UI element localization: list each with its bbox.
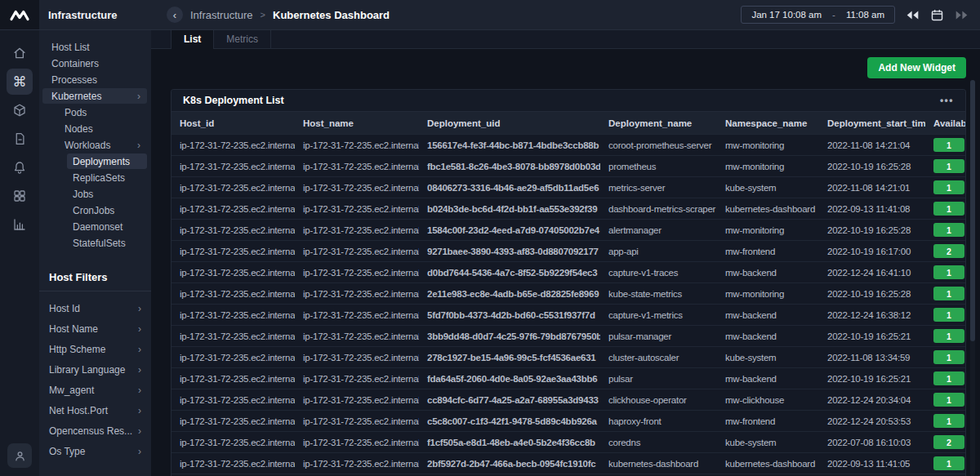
sidebar-item-statefulsets[interactable]: StatefulSets — [42, 235, 147, 251]
host-filter-library-language[interactable]: Library Language› — [39, 359, 151, 380]
table-row[interactable]: ip-172-31-72-235.ec2.internalip-172-31-7… — [172, 135, 966, 156]
host-filter-mw-agent[interactable]: Mw_agent› — [39, 380, 151, 400]
sidebar-item-processes[interactable]: Processes — [42, 72, 147, 87]
sidebar-item-replicasets[interactable]: ReplicaSets — [42, 170, 147, 185]
column-header-namespace-name[interactable]: Namespace_name — [717, 112, 819, 135]
cell-namespace-name: mw-backend — [717, 262, 819, 283]
available-badge: 1 — [933, 202, 964, 216]
cell-deployment-name: capture-v1-metrics — [600, 305, 717, 326]
table-row[interactable]: ip-172-31-72-235.ec2.internalip-172-31-7… — [172, 198, 966, 220]
table-row[interactable]: ip-172-31-72-235.ec2.internalip-172-31-7… — [172, 156, 966, 177]
table-row[interactable]: ip-172-31-72-235.ec2.internalip-172-31-7… — [172, 220, 966, 241]
column-header-host-name[interactable]: Host_name — [295, 112, 419, 135]
host-filter-host-id[interactable]: Host Id› — [39, 298, 151, 318]
panel-title: K8s Deployment List — [183, 95, 284, 106]
host-filter-os-type[interactable]: Os Type› — [39, 441, 151, 461]
calendar-button[interactable] — [930, 8, 944, 22]
cell-deployment-start-time: 2022-12-24 16:38:12 — [819, 305, 925, 326]
cell-host-name: ip-172-31-72-235.ec2.internal — [295, 198, 419, 220]
table-row[interactable]: ip-172-31-72-235.ec2.internalip-172-31-7… — [172, 262, 966, 283]
host-filter-opencensus-res[interactable]: Opencensus Res...› — [39, 420, 151, 441]
sidebar-item-host-list[interactable]: Host List — [42, 39, 147, 55]
cell-deployment-name: dashboard-metrics-scraper — [600, 198, 717, 220]
cell-host-name: ip-172-31-72-235.ec2.internal — [295, 177, 419, 198]
time-range-separator: - — [832, 10, 835, 20]
cell-deployment-uid: 3bb9dd48-d0d7-4c25-97f6-79bd8767950b — [419, 326, 600, 347]
time-forward-button[interactable] — [955, 9, 969, 21]
sidebar-item-pods[interactable]: Pods — [42, 105, 147, 120]
cell-host-id: ip-172-31-72-235.ec2.internal — [172, 368, 295, 389]
sidebar-item-daemonset[interactable]: Daemonset — [42, 219, 147, 234]
cell-deployment-uid: 9271baee-3890-4393-af83-0d8807092177 — [419, 241, 600, 262]
table-row[interactable]: ip-172-31-72-235.ec2.internalip-172-31-7… — [172, 453, 966, 474]
host-filter-http-scheme[interactable]: Http Scheme› — [39, 339, 151, 359]
cell-deployment-start-time: 2022-12-24 20:34:04 — [819, 389, 925, 411]
sidebar-item-deployments[interactable]: Deployments — [67, 153, 147, 169]
cell-namespace-name: mw-monitoring — [717, 156, 819, 177]
cell-deployment-name: metrics-server — [600, 177, 717, 198]
cell-host-name: ip-172-31-72-235.ec2.internal — [295, 262, 419, 283]
table-row[interactable]: ip-172-31-72-235.ec2.internalip-172-31-7… — [172, 389, 966, 411]
document-icon[interactable] — [7, 126, 33, 152]
table-row[interactable]: ip-172-31-72-235.ec2.internalip-172-31-7… — [172, 368, 966, 389]
host-filters-section: Host Filters Host Id›Host Name›Http Sche… — [39, 264, 151, 461]
breadcrumb-current: Kubernetes Dashboard — [273, 9, 390, 21]
breadcrumb: ‹ Infrastructure > Kubernetes Dashboard — [160, 7, 390, 23]
available-badge: 1 — [933, 265, 964, 279]
column-header-deployment-start-time[interactable]: Deployment_start_time — [819, 112, 925, 135]
table-row[interactable]: ip-172-31-72-235.ec2.internalip-172-31-7… — [172, 241, 966, 262]
tab-list[interactable]: List — [171, 29, 214, 49]
available-badge: 1 — [933, 180, 964, 194]
cell-deployment-uid: 08406273-3316-4b46-ae29-af5db11ad5e6 — [419, 177, 600, 198]
cell-host-id: ip-172-31-72-235.ec2.internal — [172, 453, 295, 474]
column-header-available[interactable]: Available — [925, 112, 966, 135]
filter-label: Host Id — [49, 303, 80, 314]
sidebar-item-kubernetes[interactable]: Kubernetes› — [42, 88, 147, 104]
cell-host-name: ip-172-31-72-235.ec2.internal — [295, 411, 419, 432]
sidebar: Host ListContainersProcessesKubernetes›P… — [39, 29, 151, 476]
column-header-deployment-uid[interactable]: Deployment_uid — [419, 112, 600, 135]
table-row[interactable]: ip-172-31-72-235.ec2.internalip-172-31-7… — [172, 283, 966, 305]
add-new-widget-button[interactable]: Add New Widget — [867, 57, 966, 78]
available-badge: 1 — [933, 159, 964, 173]
sidebar-item-jobs[interactable]: Jobs — [42, 186, 147, 202]
sidebar-item-nodes[interactable]: Nodes — [42, 121, 147, 136]
table-row[interactable]: ip-172-31-72-235.ec2.internalip-172-31-7… — [172, 347, 966, 368]
apps-grid-icon[interactable] — [7, 183, 33, 209]
scrollbar-thumb[interactable] — [970, 80, 975, 341]
cell-deployment-uid: 2bf5927d-2b47-466a-becb-0954fc1910fc — [419, 453, 600, 474]
column-header-deployment-name[interactable]: Deployment_name — [600, 112, 717, 135]
ellipsis-menu-icon[interactable]: ••• — [940, 95, 954, 106]
breadcrumb-parent[interactable]: Infrastructure — [190, 9, 253, 21]
chevron-right-icon: › — [138, 446, 141, 457]
column-header-host-id[interactable]: Host_id — [172, 112, 295, 135]
breadcrumb-back-button[interactable]: ‹ — [167, 7, 183, 23]
package-icon[interactable] — [7, 97, 33, 123]
middleware-logo[interactable] — [0, 0, 39, 29]
tab-metrics[interactable]: Metrics — [214, 29, 271, 48]
cell-deployment-start-time: 2022-10-19 16:25:21 — [819, 368, 925, 389]
sidebar-item-cronjobs[interactable]: CronJobs — [42, 202, 147, 218]
vertical-scrollbar[interactable] — [970, 80, 975, 476]
host-filter-net-host-port[interactable]: Net Host.Port› — [39, 400, 151, 420]
table-row[interactable]: ip-172-31-72-235.ec2.internalip-172-31-7… — [172, 177, 966, 198]
cell-host-id: ip-172-31-72-235.ec2.internal — [172, 198, 295, 220]
table-row[interactable]: ip-172-31-72-235.ec2.internalip-172-31-7… — [172, 411, 966, 432]
table-row[interactable]: ip-172-31-72-235.ec2.internalip-172-31-7… — [172, 432, 966, 453]
bar-chart-icon[interactable] — [7, 211, 33, 238]
cell-available: 1 — [925, 220, 966, 241]
cell-host-id: ip-172-31-72-235.ec2.internal — [172, 411, 295, 432]
sidebar-item-workloads[interactable]: Workloads› — [42, 137, 147, 153]
table-row[interactable]: ip-172-31-72-235.ec2.internalip-172-31-7… — [172, 326, 966, 347]
user-avatar[interactable] — [7, 443, 32, 468]
cell-host-name: ip-172-31-72-235.ec2.internal — [295, 283, 419, 305]
time-rewind-button[interactable] — [906, 9, 920, 21]
home-icon[interactable] — [7, 40, 33, 66]
bell-icon[interactable] — [7, 154, 33, 180]
filter-label: Os Type — [49, 446, 85, 457]
command-icon[interactable]: ⌘ — [7, 69, 33, 95]
table-row[interactable]: ip-172-31-72-235.ec2.internalip-172-31-7… — [172, 305, 966, 326]
sidebar-item-containers[interactable]: Containers — [42, 56, 147, 71]
time-range-picker[interactable]: Jan 17 10:08 am - 11:08 am — [741, 6, 895, 24]
host-filter-host-name[interactable]: Host Name› — [39, 318, 151, 339]
